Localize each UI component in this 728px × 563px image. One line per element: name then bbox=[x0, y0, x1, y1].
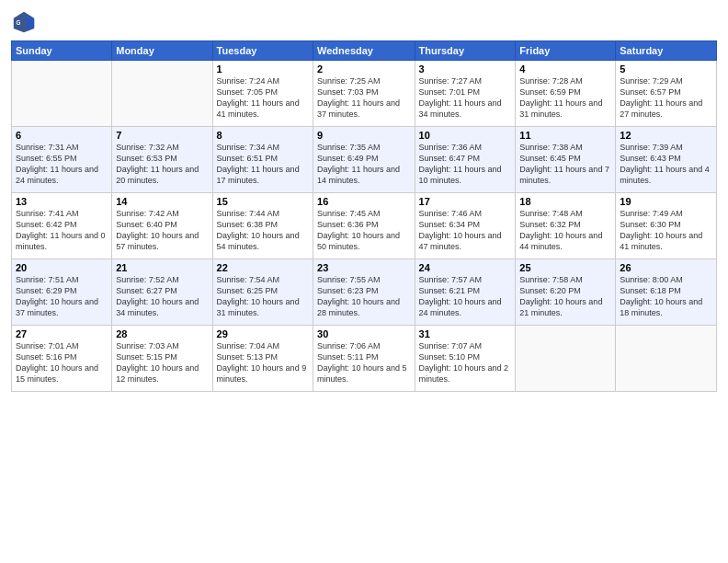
week-row-4: 20Sunrise: 7:51 AM Sunset: 6:29 PM Dayli… bbox=[12, 259, 717, 326]
weekday-header-friday: Friday bbox=[516, 41, 616, 61]
day-info: Sunrise: 7:03 AM Sunset: 5:15 PM Dayligh… bbox=[116, 340, 208, 385]
day-info: Sunrise: 7:38 AM Sunset: 6:45 PM Dayligh… bbox=[519, 142, 611, 187]
calendar-cell: 6Sunrise: 7:31 AM Sunset: 6:55 PM Daylig… bbox=[12, 127, 112, 193]
day-number: 11 bbox=[519, 130, 611, 141]
day-info: Sunrise: 8:00 AM Sunset: 6:18 PM Dayligh… bbox=[620, 274, 712, 319]
calendar-cell: 17Sunrise: 7:46 AM Sunset: 6:34 PM Dayli… bbox=[415, 193, 516, 259]
weekday-header-thursday: Thursday bbox=[415, 41, 516, 61]
week-row-1: 1Sunrise: 7:24 AM Sunset: 7:05 PM Daylig… bbox=[12, 61, 717, 127]
day-number: 19 bbox=[620, 196, 712, 207]
day-number: 8 bbox=[217, 130, 309, 141]
day-number: 5 bbox=[620, 63, 712, 75]
svg-text:G: G bbox=[17, 19, 21, 26]
weekday-header-saturday: Saturday bbox=[616, 41, 717, 61]
page: G SundayMondayTuesdayWednesdayThursdayFr… bbox=[0, 0, 728, 563]
calendar-cell: 13Sunrise: 7:41 AM Sunset: 6:42 PM Dayli… bbox=[12, 193, 112, 259]
day-info: Sunrise: 7:06 AM Sunset: 5:11 PM Dayligh… bbox=[317, 340, 410, 385]
calendar-cell: 21Sunrise: 7:52 AM Sunset: 6:27 PM Dayli… bbox=[112, 259, 212, 326]
calendar-cell: 29Sunrise: 7:04 AM Sunset: 5:13 PM Dayli… bbox=[212, 326, 313, 392]
day-info: Sunrise: 7:24 AM Sunset: 7:05 PM Dayligh… bbox=[217, 75, 309, 121]
day-info: Sunrise: 7:31 AM Sunset: 6:55 PM Dayligh… bbox=[16, 142, 108, 187]
calendar-table: SundayMondayTuesdayWednesdayThursdayFrid… bbox=[11, 40, 717, 392]
day-number: 21 bbox=[116, 262, 208, 273]
calendar-cell: 5Sunrise: 7:29 AM Sunset: 6:57 PM Daylig… bbox=[616, 61, 717, 127]
weekday-header-sunday: Sunday bbox=[12, 41, 112, 61]
calendar-cell: 18Sunrise: 7:48 AM Sunset: 6:32 PM Dayli… bbox=[516, 193, 616, 259]
day-number: 30 bbox=[317, 328, 410, 339]
week-row-3: 13Sunrise: 7:41 AM Sunset: 6:42 PM Dayli… bbox=[12, 193, 717, 259]
calendar-cell: 4Sunrise: 7:28 AM Sunset: 6:59 PM Daylig… bbox=[516, 61, 616, 127]
day-info: Sunrise: 7:36 AM Sunset: 6:47 PM Dayligh… bbox=[419, 142, 512, 187]
calendar-cell: 14Sunrise: 7:42 AM Sunset: 6:40 PM Dayli… bbox=[112, 193, 212, 259]
day-info: Sunrise: 7:55 AM Sunset: 6:23 PM Dayligh… bbox=[317, 274, 410, 319]
day-number: 18 bbox=[519, 196, 611, 207]
day-number: 14 bbox=[116, 196, 208, 207]
day-info: Sunrise: 7:27 AM Sunset: 7:01 PM Dayligh… bbox=[419, 75, 512, 121]
day-number: 25 bbox=[519, 262, 611, 273]
day-number: 26 bbox=[620, 262, 712, 273]
day-number: 24 bbox=[419, 262, 512, 273]
calendar-cell: 1Sunrise: 7:24 AM Sunset: 7:05 PM Daylig… bbox=[212, 61, 313, 127]
calendar-cell: 11Sunrise: 7:38 AM Sunset: 6:45 PM Dayli… bbox=[516, 127, 616, 193]
day-number: 29 bbox=[217, 328, 309, 339]
calendar-cell: 12Sunrise: 7:39 AM Sunset: 6:43 PM Dayli… bbox=[616, 127, 717, 193]
week-row-2: 6Sunrise: 7:31 AM Sunset: 6:55 PM Daylig… bbox=[12, 127, 717, 193]
calendar-cell: 20Sunrise: 7:51 AM Sunset: 6:29 PM Dayli… bbox=[12, 259, 112, 326]
day-number: 3 bbox=[419, 63, 512, 75]
calendar-cell: 9Sunrise: 7:35 AM Sunset: 6:49 PM Daylig… bbox=[313, 127, 415, 193]
day-number: 13 bbox=[16, 196, 108, 207]
calendar-cell: 30Sunrise: 7:06 AM Sunset: 5:11 PM Dayli… bbox=[313, 326, 415, 392]
calendar-cell: 22Sunrise: 7:54 AM Sunset: 6:25 PM Dayli… bbox=[212, 259, 313, 326]
day-number: 6 bbox=[16, 130, 108, 141]
calendar-cell: 25Sunrise: 7:58 AM Sunset: 6:20 PM Dayli… bbox=[516, 259, 616, 326]
day-number: 23 bbox=[317, 262, 410, 273]
calendar-cell: 10Sunrise: 7:36 AM Sunset: 6:47 PM Dayli… bbox=[415, 127, 516, 193]
header: G bbox=[11, 9, 717, 35]
week-row-5: 27Sunrise: 7:01 AM Sunset: 5:16 PM Dayli… bbox=[12, 326, 717, 392]
calendar-cell bbox=[112, 61, 212, 127]
day-info: Sunrise: 7:52 AM Sunset: 6:27 PM Dayligh… bbox=[116, 274, 208, 319]
calendar-cell: 23Sunrise: 7:55 AM Sunset: 6:23 PM Dayli… bbox=[313, 259, 415, 326]
day-number: 31 bbox=[419, 328, 512, 339]
day-info: Sunrise: 7:51 AM Sunset: 6:29 PM Dayligh… bbox=[16, 274, 108, 319]
calendar-cell: 26Sunrise: 8:00 AM Sunset: 6:18 PM Dayli… bbox=[616, 259, 717, 326]
day-info: Sunrise: 7:41 AM Sunset: 6:42 PM Dayligh… bbox=[16, 208, 108, 253]
calendar-cell bbox=[616, 326, 717, 392]
calendar-cell: 28Sunrise: 7:03 AM Sunset: 5:15 PM Dayli… bbox=[112, 326, 212, 392]
day-info: Sunrise: 7:46 AM Sunset: 6:34 PM Dayligh… bbox=[419, 208, 512, 253]
day-info: Sunrise: 7:07 AM Sunset: 5:10 PM Dayligh… bbox=[419, 340, 512, 385]
weekday-header-wednesday: Wednesday bbox=[313, 41, 415, 61]
calendar-cell bbox=[12, 61, 112, 127]
day-info: Sunrise: 7:45 AM Sunset: 6:36 PM Dayligh… bbox=[317, 208, 410, 253]
day-info: Sunrise: 7:42 AM Sunset: 6:40 PM Dayligh… bbox=[116, 208, 208, 253]
day-number: 12 bbox=[620, 130, 712, 141]
day-number: 28 bbox=[116, 328, 208, 339]
calendar-cell: 7Sunrise: 7:32 AM Sunset: 6:53 PM Daylig… bbox=[112, 127, 212, 193]
calendar-cell: 27Sunrise: 7:01 AM Sunset: 5:16 PM Dayli… bbox=[12, 326, 112, 392]
day-info: Sunrise: 7:48 AM Sunset: 6:32 PM Dayligh… bbox=[519, 208, 611, 253]
day-info: Sunrise: 7:34 AM Sunset: 6:51 PM Dayligh… bbox=[217, 142, 309, 187]
day-info: Sunrise: 7:49 AM Sunset: 6:30 PM Dayligh… bbox=[620, 208, 712, 253]
day-number: 9 bbox=[317, 130, 410, 141]
logo-icon: G bbox=[11, 9, 37, 35]
day-number: 27 bbox=[16, 328, 108, 339]
weekday-header-tuesday: Tuesday bbox=[212, 41, 313, 61]
day-number: 22 bbox=[217, 262, 309, 273]
calendar-cell bbox=[516, 326, 616, 392]
calendar-cell: 2Sunrise: 7:25 AM Sunset: 7:03 PM Daylig… bbox=[313, 61, 415, 127]
calendar-cell: 19Sunrise: 7:49 AM Sunset: 6:30 PM Dayli… bbox=[616, 193, 717, 259]
weekday-header-monday: Monday bbox=[112, 41, 212, 61]
day-number: 15 bbox=[217, 196, 309, 207]
day-number: 17 bbox=[419, 196, 512, 207]
calendar-cell: 16Sunrise: 7:45 AM Sunset: 6:36 PM Dayli… bbox=[313, 193, 415, 259]
day-number: 2 bbox=[317, 63, 410, 75]
calendar-cell: 31Sunrise: 7:07 AM Sunset: 5:10 PM Dayli… bbox=[415, 326, 516, 392]
day-info: Sunrise: 7:57 AM Sunset: 6:21 PM Dayligh… bbox=[419, 274, 512, 319]
day-number: 10 bbox=[419, 130, 512, 141]
day-info: Sunrise: 7:32 AM Sunset: 6:53 PM Dayligh… bbox=[116, 142, 208, 187]
day-info: Sunrise: 7:28 AM Sunset: 6:59 PM Dayligh… bbox=[519, 75, 611, 121]
day-info: Sunrise: 7:39 AM Sunset: 6:43 PM Dayligh… bbox=[620, 142, 712, 187]
calendar-cell: 15Sunrise: 7:44 AM Sunset: 6:38 PM Dayli… bbox=[212, 193, 313, 259]
day-number: 20 bbox=[16, 262, 108, 273]
weekday-header-row: SundayMondayTuesdayWednesdayThursdayFrid… bbox=[12, 41, 717, 61]
